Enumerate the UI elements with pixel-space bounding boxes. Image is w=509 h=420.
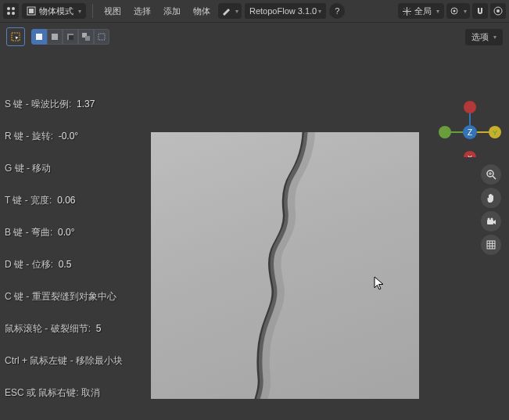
select-box-tool[interactable] [6,27,25,46]
viewport-side-tools [481,164,501,255]
help-icon[interactable]: ? [329,3,345,19]
svg-rect-33 [487,241,495,249]
menu-view[interactable]: 视图 [99,3,126,19]
pencil-icon [221,6,231,16]
select-subtract[interactable] [63,29,78,45]
pivot-icon [450,6,459,16]
svg-point-23 [439,126,451,138]
svg-point-32 [491,218,493,221]
annotate-dropdown[interactable]: ▾ [218,3,242,19]
menu-select[interactable]: 选择 [129,3,156,19]
axis-x-label: X [468,154,472,157]
hint-move: G 键 - 移动 [5,162,123,175]
axis-z-label: Z [468,128,472,137]
svg-line-27 [493,176,496,179]
svg-rect-11 [36,34,42,40]
retopoflow-label: RetopoFlow 3.1.0 [249,6,317,16]
svg-rect-12 [52,34,58,40]
crack-geometry [151,132,419,399]
operator-hints: S 键 - 噪波比例: 1.37 R 键 - 旋转: -0.0° G 键 - 移… [5,98,123,400]
svg-point-7 [453,10,456,13]
retopoflow-menu[interactable]: RetopoFlow 3.1.0 ▾ [245,3,326,19]
chevron-down-icon: ▾ [318,8,321,15]
zoom-button[interactable] [481,164,501,185]
camera-icon [486,216,496,227]
hint-esc-cancel: ESC 或 鼠标右键: 取消 [5,386,123,400]
viewport-header: 物体模式 ▾ 视图 选择 添加 物体 ▾ RetopoFlow 3.1.0 ▾ … [0,0,509,23]
proportional-icon [493,6,503,16]
chevron-down-icon: ▾ [464,8,467,15]
svg-rect-5 [29,9,34,13]
camera-button[interactable] [481,211,501,232]
select-extend[interactable] [47,29,63,45]
svg-point-0 [7,7,10,10]
editor-type-icon[interactable] [3,3,19,19]
snap-toggle[interactable] [472,3,488,19]
chevron-down-icon: ▾ [493,34,496,41]
svg-rect-17 [99,34,105,40]
separator [92,4,93,18]
hint-reset-center: C 键 - 重置裂缝到对象中心 [5,290,123,303]
pivot-dropdown[interactable]: ▾ [446,3,470,19]
proportional-edit-toggle[interactable] [490,3,506,19]
navigation-gizmo[interactable]: Z Y X [439,95,501,160]
select-invert[interactable] [78,29,94,45]
orientation-label: 全局 [414,5,432,17]
object-mode-icon [27,6,36,16]
global-icon [403,7,411,16]
mode-label: 物体模式 [39,5,73,17]
grid-icon [486,239,496,250]
hint-scale: S 键 - 噪波比例: 1.37 [5,98,123,111]
hint-ctrl-remove: Ctrl + 鼠标左键 - 移除最小块 [5,354,123,368]
mode-dropdown[interactable]: 物体模式 ▾ [22,3,86,19]
hint-displace: D 键 - 位移: 0.5 [5,258,123,271]
chevron-down-icon: ▾ [78,8,81,15]
hint-width: T 键 - 宽度: 0.06 [5,194,123,207]
options-label: 选项 [471,31,489,43]
menu-add[interactable]: 添加 [159,3,185,19]
svg-point-2 [7,12,10,15]
svg-rect-30 [487,220,493,224]
svg-point-1 [12,7,15,10]
hand-icon [486,192,496,203]
zoom-icon [486,169,496,180]
select-box-icon [10,31,21,42]
svg-rect-16 [85,36,90,41]
viewport-body[interactable]: S 键 - 噪波比例: 1.37 R 键 - 旋转: -0.0° G 键 - 移… [0,51,509,420]
perspective-button[interactable] [481,235,501,255]
menu-object[interactable]: 物体 [188,3,215,19]
select-mode-group [31,29,109,45]
pan-button[interactable] [481,188,501,208]
chevron-down-icon: ▾ [436,8,439,15]
hint-rotate: R 键 - 旋转: -0.0° [5,130,123,143]
hint-wheel-detail: 鼠标滚轮 - 破裂细节: 5 [5,322,123,336]
hint-bend: B 键 - 弯曲: 0.0° [5,226,123,239]
chevron-down-icon: ▾ [235,8,238,15]
svg-point-31 [488,218,490,221]
nav-gizmo-svg: Z Y X [439,95,501,157]
options-dropdown[interactable]: 选项 ▾ [465,29,503,45]
svg-point-9 [496,9,500,13]
magnet-icon [475,6,485,16]
tool-settings-bar: 选项 ▾ [0,23,509,51]
header-right-cluster: 全局 ▾ ▾ [398,3,506,19]
viewport-object [151,132,419,399]
select-intersect[interactable] [94,29,109,45]
svg-point-3 [12,12,15,15]
select-new[interactable] [31,29,47,45]
svg-rect-14 [69,35,73,40]
orientation-dropdown[interactable]: 全局 ▾ [398,3,444,19]
svg-point-22 [464,101,476,113]
axis-y-label: Y [493,129,497,137]
